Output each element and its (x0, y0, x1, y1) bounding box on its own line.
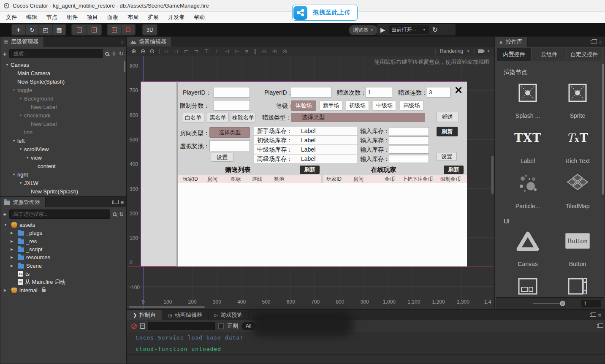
limit-score-input[interactable] (214, 100, 250, 111)
locate-node-icon[interactable] (111, 52, 116, 56)
hierarchy-node[interactable]: ▼left (0, 136, 124, 145)
regex-checkbox[interactable] (218, 323, 224, 329)
virtual-pool-input[interactable] (209, 140, 250, 151)
expand-arrow-icon[interactable]: ▶ (4, 288, 9, 292)
hierarchy-node[interactable]: ▼right (0, 170, 124, 179)
widget-item[interactable] (503, 271, 553, 296)
search-icon[interactable] (105, 52, 109, 56)
gift-button[interactable]: 赠送 (436, 112, 459, 122)
gift-times-input[interactable] (366, 87, 392, 98)
hierarchy-node[interactable]: New Label (0, 120, 124, 128)
tab-scene-editor[interactable]: 场景编辑器 (127, 37, 172, 47)
align-tool-icon[interactable]: ⊞ (272, 48, 277, 54)
hierarchy-node[interactable]: ▼checkmark (0, 111, 124, 120)
expand-arrow-icon[interactable]: ▶ (11, 231, 16, 235)
log-file-icon[interactable] (140, 323, 145, 329)
align-tool-icon[interactable]: ⊥ (214, 48, 219, 54)
align-tool-icon[interactable]: ⊟ (262, 48, 267, 54)
asset-node[interactable]: ▶_plugs (0, 229, 124, 237)
refresh-stock-button[interactable]: 刷新 (437, 127, 458, 136)
scene-vertical-scrollbar[interactable] (491, 156, 494, 194)
rotate-tool-button[interactable]: ↻ (26, 25, 38, 35)
name-list-button[interactable]: 白名单 (182, 113, 204, 122)
player-id-input[interactable] (214, 87, 250, 98)
set-stock-button[interactable]: 设置 (437, 152, 457, 161)
menu-item[interactable]: 节点 (42, 12, 62, 23)
gift-table-refresh-button[interactable]: 刷新 (300, 166, 320, 174)
library-scrollbar[interactable] (602, 64, 604, 195)
hierarchy-search-input[interactable] (9, 49, 103, 58)
slider-handle[interactable] (560, 301, 565, 306)
tab-widget-library[interactable]: ▲ 控件库 (495, 37, 528, 47)
reload-button[interactable]: ↻ (432, 26, 438, 34)
library-tab[interactable]: 自定义控件 (567, 48, 601, 61)
gift-type-select[interactable]: 选择类型 (291, 113, 425, 122)
align-tool-icon[interactable]: ≡ (245, 48, 249, 54)
anchor-mode-button[interactable] (87, 25, 101, 35)
expand-arrow-icon[interactable]: ▼ (12, 88, 17, 92)
float-panel-icon[interactable] (112, 201, 117, 204)
local-coord-button[interactable] (108, 25, 121, 35)
zoom-reset-icon[interactable]: ⊙ (149, 48, 155, 54)
expand-arrow-icon[interactable]: ▼ (12, 173, 17, 177)
hierarchy-node[interactable]: line (0, 128, 124, 136)
pivot-mode-button[interactable] (72, 25, 86, 35)
menu-item[interactable]: 帮助 (189, 12, 209, 23)
hierarchy-node[interactable]: New Sprite(Splash) (0, 77, 124, 86)
asset-node[interactable]: ▼assets (0, 221, 124, 229)
rect-tool-button[interactable]: ▦ (53, 25, 65, 35)
set-button[interactable]: 设置 (211, 153, 233, 162)
level-button[interactable]: 中级场 (373, 101, 396, 111)
tab-hierarchy[interactable]: ≣ 层级管理器 (0, 37, 44, 47)
expand-arrow-icon[interactable]: ▶ (11, 264, 16, 268)
move-tool-button[interactable]: + (12, 25, 25, 35)
widget-item[interactable]: Canvas (503, 225, 553, 271)
align-tool-icon[interactable]: ⊣ (225, 48, 229, 54)
camera-icon[interactable] (478, 49, 483, 53)
sort-icon[interactable]: ⇅ (119, 211, 124, 217)
align-tool-icon[interactable]: ⊏ (184, 48, 189, 54)
name-list-button[interactable]: 黑名单 (207, 113, 229, 122)
gift-streak-input[interactable] (427, 87, 450, 98)
console-tab[interactable]: ▷游戏预览 (209, 310, 249, 320)
close-icon[interactable]: ✕ (454, 85, 463, 95)
stock-input[interactable] (389, 127, 429, 135)
toggle-3d-button[interactable]: 3D (143, 25, 157, 35)
asset-node[interactable]: ts (0, 270, 124, 278)
world-coord-button[interactable] (122, 25, 135, 35)
online-table-refresh-button[interactable]: 刷新 (444, 166, 464, 174)
stock-input[interactable] (389, 146, 429, 154)
panel-menu-icon[interactable]: ≡ (598, 312, 601, 318)
hierarchy-node[interactable]: New Label (0, 103, 124, 111)
dock-icon[interactable] (597, 324, 601, 328)
menu-item[interactable]: 开发者 (163, 12, 189, 23)
stock-input[interactable] (389, 136, 429, 144)
widget-item[interactable]: Sprite (553, 77, 601, 122)
asset-node[interactable]: 从 Main.fire 启动 (0, 278, 124, 286)
hierarchy-node[interactable]: ▼toggle (0, 86, 124, 94)
widget-item[interactable]: TXTLabel (503, 122, 553, 168)
widget-item[interactable]: TiledMap (553, 168, 601, 213)
expand-arrow-icon[interactable]: ▼ (4, 223, 9, 227)
widget-item[interactable]: Splash ... (503, 77, 553, 122)
clear-console-icon[interactable] (131, 323, 137, 329)
align-tool-icon[interactable]: ⊓ (164, 48, 168, 54)
panel-menu-icon[interactable]: ≡ (120, 199, 124, 206)
name-list-button[interactable]: 移除名单 (231, 113, 255, 122)
widget-item[interactable]: Particle... (503, 168, 553, 213)
align-tool-icon[interactable]: ⊢ (235, 48, 239, 54)
align-tool-icon[interactable]: ∥ (254, 48, 257, 54)
scene-horizontal-scrollbar[interactable] (129, 306, 205, 308)
icon-size-slider[interactable] (533, 303, 564, 304)
hierarchy-node[interactable]: ▼Canvas (0, 60, 124, 69)
hierarchy-node[interactable]: Main Camera (0, 69, 124, 77)
level-button[interactable]: 体验场 (291, 101, 316, 111)
preview-target-dropdown[interactable]: 浏览器 ▼ (349, 25, 378, 35)
play-button[interactable]: ▶ (380, 26, 385, 34)
menu-item[interactable]: 布局 (123, 12, 143, 23)
assets-search-input[interactable] (9, 209, 110, 219)
expand-arrow-icon[interactable]: ▶ (11, 255, 16, 259)
menu-item[interactable]: 面板 (103, 12, 123, 23)
expand-arrow-icon[interactable]: ▼ (19, 147, 24, 151)
asset-node[interactable]: ▶_res (0, 237, 124, 245)
